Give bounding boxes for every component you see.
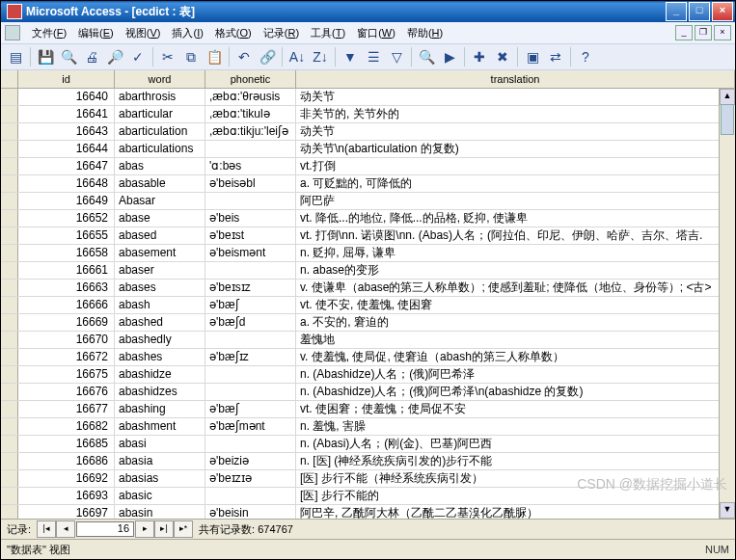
row-selector[interactable] xyxy=(1,158,18,174)
table-row[interactable]: 16682abashmentə'bæʃməntn. 羞愧, 害臊 xyxy=(1,418,735,436)
table-row[interactable]: 16672abashesə'bæʃɪzv. 使羞愧, 使局促, 使窘迫（abas… xyxy=(1,349,735,366)
cell-word[interactable]: abashed xyxy=(115,314,205,331)
cell-phonetic[interactable]: ə'bæʃ xyxy=(205,401,296,417)
cell-translation[interactable]: n. (Abashidze)人名；(俄)阿巴希泽 xyxy=(296,366,735,383)
row-selector[interactable] xyxy=(1,123,18,140)
table-row[interactable]: 16670abashedly羞愧地 xyxy=(1,332,735,349)
cell-id[interactable]: 16685 xyxy=(18,436,115,452)
nav-first-button[interactable]: |◂ xyxy=(37,520,56,538)
scroll-down-button[interactable]: ▼ xyxy=(720,502,735,519)
cell-phonetic[interactable]: ,æbɑ:'tikulə xyxy=(205,106,296,122)
menu-r[interactable]: 记录(R) xyxy=(258,24,305,42)
table-row[interactable]: 16643abarticulation,æbɑ:tikju:'leiʃə动关节 xyxy=(1,123,735,141)
cell-translation[interactable]: 动关节 xyxy=(296,89,735,105)
table-row[interactable]: 16697abasinə'beisin阿巴辛, 乙酰阿大林（乙酰二乙基溴化乙酰脲… xyxy=(1,505,735,519)
cell-word[interactable]: abasable xyxy=(115,175,205,192)
minimize-button[interactable]: _ xyxy=(666,2,687,21)
doc-icon[interactable] xyxy=(5,25,20,40)
cell-id[interactable]: 16652 xyxy=(18,210,115,227)
cell-word[interactable]: abasic xyxy=(115,488,205,504)
cell-phonetic[interactable]: 'ɑ:bəs xyxy=(205,158,296,174)
table-row[interactable]: 16675abashidzen. (Abashidze)人名；(俄)阿巴希泽 xyxy=(1,366,735,384)
cell-id[interactable]: 16677 xyxy=(18,401,115,417)
cell-word[interactable]: abased xyxy=(115,227,205,244)
row-selector[interactable] xyxy=(1,193,18,209)
menu-e[interactable]: 编辑(E) xyxy=(72,24,120,42)
cell-phonetic[interactable]: ə'beɪst xyxy=(205,227,296,244)
row-selector[interactable] xyxy=(1,366,18,383)
search-file-icon[interactable]: 🔍 xyxy=(58,46,79,67)
mdi-close-button[interactable]: × xyxy=(714,25,731,40)
table-row[interactable]: 16669abashedə'bæʃda. 不安的, 窘迫的 xyxy=(1,314,735,332)
cell-phonetic[interactable]: ə'beɪsɪz xyxy=(205,280,296,296)
cell-id[interactable]: 16648 xyxy=(18,175,115,192)
table-row[interactable]: 16692abasiasə'beɪzɪə[医] 步行不能（神经系统疾病引发） xyxy=(1,470,735,488)
row-selector[interactable] xyxy=(1,89,18,105)
undo-icon[interactable]: ↶ xyxy=(233,46,255,67)
table-row[interactable]: 16666abashə'bæʃvt. 使不安, 使羞愧, 使困窘 xyxy=(1,297,735,314)
mdi-restore-button[interactable]: ❐ xyxy=(695,25,712,40)
nav-prev-button[interactable]: ◂ xyxy=(56,520,75,538)
row-selector[interactable] xyxy=(1,106,18,122)
cell-id[interactable]: 16675 xyxy=(18,366,115,383)
menu-h[interactable]: 帮助(H) xyxy=(401,24,449,42)
cell-id[interactable]: 16643 xyxy=(18,123,115,140)
spell-icon[interactable]: ✓ xyxy=(127,46,149,67)
row-selector[interactable] xyxy=(1,332,18,348)
cell-id[interactable]: 16641 xyxy=(18,106,115,122)
cell-phonetic[interactable] xyxy=(205,332,296,348)
cell-word[interactable]: abashidzes xyxy=(115,384,205,400)
find-icon[interactable]: 🔍 xyxy=(416,46,437,67)
cell-word[interactable]: abashedly xyxy=(115,332,205,348)
menu-v[interactable]: 视图(V) xyxy=(120,24,167,42)
cell-phonetic[interactable]: ə'beismənt xyxy=(205,245,296,261)
cell-translation[interactable]: n. [医] (神经系统疾病引发的)步行不能 xyxy=(296,453,735,469)
cell-word[interactable]: abarticulations xyxy=(115,141,205,157)
cell-translation[interactable]: [医] 步行不能（神经系统疾病引发） xyxy=(296,470,735,487)
row-selector[interactable] xyxy=(1,175,18,192)
cell-translation[interactable]: vt. 打倒\nn. 诺谟图\nn. (Abas)人名；(阿拉伯、印尼、伊朗、哈… xyxy=(296,227,735,244)
cell-phonetic[interactable]: ə'bæʃɪz xyxy=(205,349,296,365)
cell-phonetic[interactable]: ə'beɪzɪə xyxy=(205,470,296,487)
column-header-phonetic[interactable]: phonetic xyxy=(205,70,296,88)
cell-phonetic[interactable]: ə'bæʃd xyxy=(205,314,296,331)
table-row[interactable]: 16676abashidzesn. (Abashidze)人名；(俄)阿巴希泽\… xyxy=(1,384,735,401)
row-selector[interactable] xyxy=(1,245,18,261)
cell-word[interactable]: Abasar xyxy=(115,193,205,209)
cell-word[interactable]: abarthrosis xyxy=(115,89,205,105)
nav-last-button[interactable]: ▸| xyxy=(154,520,174,538)
cell-word[interactable]: abarticulation xyxy=(115,123,205,140)
cell-word[interactable]: abashidze xyxy=(115,366,205,383)
cell-phonetic[interactable]: ə'bæʃmənt xyxy=(205,418,296,435)
cell-translation[interactable]: v. 使谦卑（abase的第三人称单数）; 使感到羞耻; 使降低（地位、身份等）… xyxy=(296,280,735,296)
maximize-button[interactable]: □ xyxy=(689,2,710,21)
table-row[interactable]: 16641abarticular,æbɑ:'tikulə非关节的, 关节外的 xyxy=(1,106,735,123)
preview-icon[interactable]: 🔎 xyxy=(104,46,125,67)
cell-id[interactable]: 16661 xyxy=(18,262,115,279)
menu-o[interactable]: 格式(O) xyxy=(209,24,258,42)
row-selector[interactable] xyxy=(1,262,18,279)
table-row[interactable]: 16663abasesə'beɪsɪzv. 使谦卑（abase的第三人称单数）;… xyxy=(1,280,735,297)
table-row[interactable]: 16644abarticulations动关节\n(abarticulation… xyxy=(1,141,735,158)
cell-translation[interactable]: 动关节\n(abarticulation 的复数) xyxy=(296,141,735,157)
table-row[interactable]: 16658abasementə'beisməntn. 贬抑, 屈辱, 谦卑 xyxy=(1,245,735,262)
db-window-icon[interactable]: ▣ xyxy=(522,46,543,67)
cell-id[interactable]: 16649 xyxy=(18,193,115,209)
column-header-word[interactable]: word xyxy=(115,70,205,88)
scroll-thumb[interactable] xyxy=(721,104,734,135)
row-selector[interactable] xyxy=(1,436,18,452)
cell-id[interactable]: 16670 xyxy=(18,332,115,348)
link-icon[interactable]: 🔗 xyxy=(257,46,278,67)
cell-phonetic[interactable] xyxy=(205,193,296,209)
table-row[interactable]: 16648abasableə'beisəbla. 可贬黜的, 可降低的 xyxy=(1,175,735,193)
table-row[interactable]: 16652abaseə'beisvt. 降低...的地位, 降低...的品格, … xyxy=(1,210,735,227)
row-selector[interactable] xyxy=(1,141,18,157)
new-obj-icon[interactable]: ✚ xyxy=(469,46,490,67)
copy-icon[interactable]: ⧉ xyxy=(180,46,202,67)
row-selector[interactable] xyxy=(1,227,18,244)
cell-word[interactable]: abasi xyxy=(115,436,205,452)
filter-form-icon[interactable]: ☰ xyxy=(363,46,384,67)
cell-word[interactable]: abasin xyxy=(115,505,205,519)
cell-id[interactable]: 16693 xyxy=(18,488,115,504)
cell-word[interactable]: abash xyxy=(115,297,205,313)
